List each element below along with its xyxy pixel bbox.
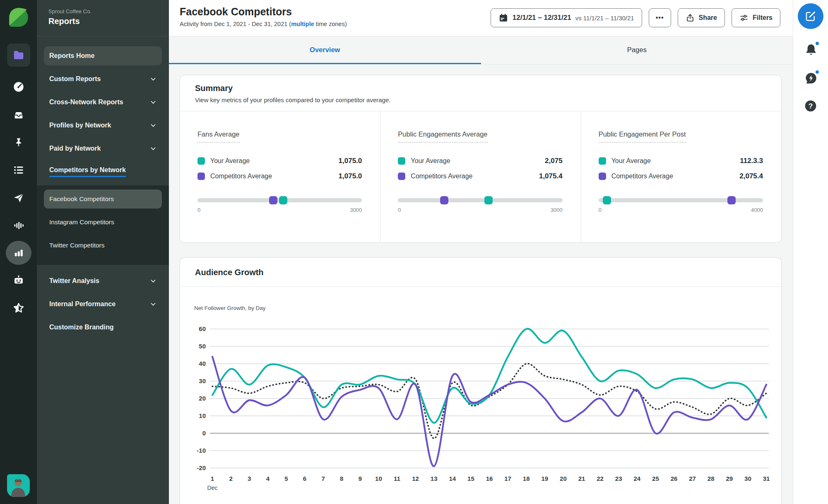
svg-text:20: 20 (560, 475, 567, 482)
competitors-average-swatch (197, 173, 205, 180)
svg-text:21: 21 (578, 475, 585, 482)
share-button[interactable]: Share (678, 8, 725, 27)
your-average-swatch (197, 157, 205, 165)
ellipsis-icon: ••• (656, 14, 664, 22)
metric-row: Competitors Average 2,075.4 (599, 172, 763, 180)
chevron-down-icon (150, 99, 156, 106)
compose-icon (804, 10, 817, 22)
slider-range-labels: 0 4000 (599, 207, 763, 213)
company-name: Sprout Coffee Co. (48, 8, 157, 14)
feedback-chat-icon[interactable] (804, 71, 818, 85)
sidebar-nav-lower: Twitter Analysis Internal Performance Cu… (37, 265, 169, 337)
svg-text:17: 17 (504, 475, 511, 482)
notifications-bell-icon[interactable] (804, 43, 818, 57)
slider-handle-purple (727, 196, 736, 204)
summary-header: Summary View key metrics of your profile… (180, 75, 781, 111)
publish-plane-icon[interactable] (10, 190, 27, 206)
metric-row: Your Average 1,075.0 (197, 157, 362, 165)
sidebar-item-competitors-by-network[interactable]: Competitors by Network (44, 162, 162, 181)
chevron-down-icon (150, 145, 156, 152)
svg-text:9: 9 (359, 475, 362, 482)
svg-text:-10: -10 (197, 447, 206, 454)
svg-text:?: ? (809, 102, 813, 110)
report-header: Facebook Competitors Activity from Dec 1… (169, 0, 793, 36)
svg-text:24: 24 (633, 475, 640, 482)
svg-text:1: 1 (211, 475, 214, 482)
sidebar-item-reports-home[interactable]: Reports Home (44, 46, 162, 65)
app-icon-rail (0, 0, 37, 504)
reports-bars-icon[interactable] (6, 241, 31, 265)
summary-description: View key metrics of your profiles compar… (195, 96, 766, 111)
tasks-list-icon[interactable] (10, 162, 27, 178)
utility-rail: ? (793, 0, 828, 504)
svg-text:60: 60 (199, 325, 206, 332)
summary-title: Summary (195, 84, 766, 93)
date-range-button[interactable]: 12/1/21 – 12/31/21 vs 11/1/21 – 11/30/21 (491, 8, 642, 27)
svg-text:29: 29 (726, 475, 733, 482)
audience-growth-header: Audience Growth (180, 258, 781, 286)
user-avatar[interactable] (7, 474, 30, 497)
filters-icon (739, 13, 749, 22)
metric-row: Your Average 112.3.3 (599, 157, 763, 165)
automation-bot-icon[interactable] (10, 272, 27, 288)
svg-text:40: 40 (199, 360, 206, 367)
comparison-slider (197, 196, 362, 204)
dashboard-gauge-icon[interactable] (10, 79, 27, 95)
svg-text:13: 13 (431, 475, 438, 482)
metric-value: 1,075.0 (339, 157, 362, 165)
metric-row: Competitors Average 1,075.4 (398, 172, 562, 180)
sidebar-item-customize-branding[interactable]: Customize Branding (44, 318, 162, 337)
sidebar-item-twitter-competitors[interactable]: Twitter Competitors (44, 236, 162, 255)
sidebar-item-instagram-competitors[interactable]: Instagram Competitors (44, 213, 162, 232)
metric-row: Competitors Average 1,075.0 (197, 172, 362, 180)
comparison-slider (599, 196, 763, 204)
svg-text:11: 11 (394, 475, 400, 482)
audience-growth-card: Audience Growth Net Follower Growth, by … (180, 257, 782, 504)
comparison-slider (398, 196, 562, 204)
competitors-submenu: Facebook Competitors Instagram Competito… (37, 185, 169, 265)
report-tabs: Overview Pages (169, 36, 793, 65)
svg-text:22: 22 (597, 475, 604, 482)
sidebar-item-paid-by-network[interactable]: Paid by Network (44, 139, 162, 158)
folder-icon[interactable] (7, 43, 30, 67)
svg-text:18: 18 (523, 475, 530, 482)
slider-range-labels: 0 3000 (197, 207, 362, 213)
your-average-swatch (599, 157, 606, 165)
tab-overview[interactable]: Overview (169, 36, 481, 64)
multiple-timezones-link[interactable]: multiple (291, 21, 314, 27)
notification-badge (815, 41, 820, 46)
help-icon[interactable]: ? (804, 99, 818, 113)
svg-text:28: 28 (708, 475, 715, 482)
date-range-compare: vs 11/1/21 – 11/30/21 (575, 14, 634, 22)
sprout-logo-icon[interactable] (8, 7, 29, 28)
sidebar-item-internal-performance[interactable]: Internal Performance (44, 295, 162, 314)
main-content: Facebook Competitors Activity from Dec 1… (169, 0, 793, 504)
pin-icon[interactable] (10, 134, 27, 151)
metric-title[interactable]: Public Engagements Average (398, 130, 487, 143)
filters-button[interactable]: Filters (732, 8, 780, 27)
sidebar-item-facebook-competitors[interactable]: Facebook Competitors (44, 190, 162, 209)
competitors-average-swatch (599, 173, 606, 180)
inbox-tray-icon[interactable] (10, 107, 27, 123)
report-activity-subtitle: Activity from Dec 1, 2021 - Dec 31, 2021… (180, 21, 347, 27)
svg-text:31: 31 (763, 475, 770, 482)
sidebar-item-twitter-analysis[interactable]: Twitter Analysis (44, 271, 162, 290)
sidebar-nav: Reports Home Custom Reports Cross-Networ… (37, 36, 169, 337)
svg-text:19: 19 (541, 475, 548, 482)
sidebar-item-cross-network-reports[interactable]: Cross-Network Reports (44, 93, 162, 112)
tab-pages[interactable]: Pages (481, 36, 793, 64)
more-options-button[interactable]: ••• (649, 8, 671, 27)
svg-text:4: 4 (266, 475, 270, 482)
compose-button[interactable] (798, 3, 823, 29)
reviews-star-icon[interactable] (10, 300, 27, 316)
slider-handle-teal (279, 196, 287, 204)
metric-title[interactable]: Public Engagement Per Post (599, 130, 686, 143)
slider-handle-purple (440, 196, 448, 204)
audience-growth-title: Audience Growth (195, 268, 766, 286)
svg-text:2: 2 (229, 475, 232, 482)
sidebar-item-custom-reports[interactable]: Custom Reports (44, 70, 162, 89)
metric-title[interactable]: Fans Average (197, 130, 240, 143)
listening-waveform-icon[interactable] (10, 217, 27, 234)
svg-text:7: 7 (321, 475, 325, 482)
sidebar-item-profiles-by-network[interactable]: Profiles by Network (44, 116, 162, 135)
